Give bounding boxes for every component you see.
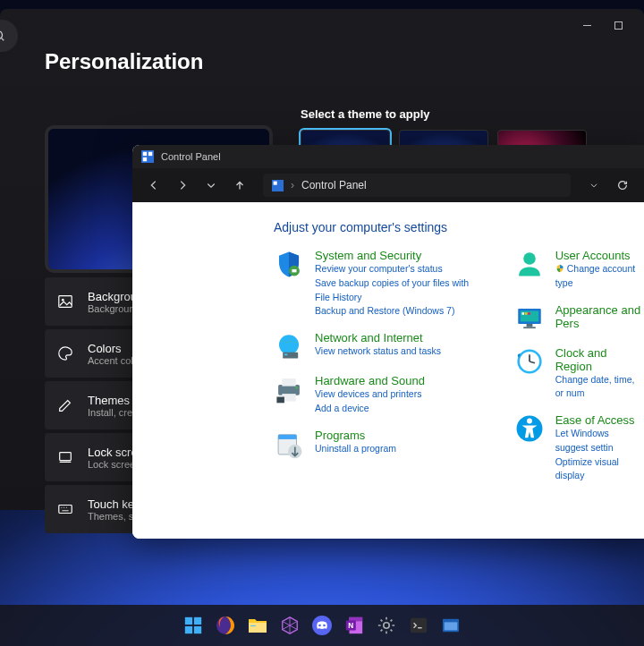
svg-rect-38 [526, 323, 532, 326]
svg-rect-23 [284, 354, 287, 356]
svg-rect-22 [283, 353, 298, 359]
shield-icon [274, 249, 304, 279]
svg-point-21 [279, 335, 299, 354]
start-button[interactable] [181, 613, 206, 638]
svg-rect-36 [525, 312, 528, 315]
svg-rect-28 [276, 397, 284, 404]
category-link[interactable]: Change account type [555, 262, 644, 291]
access-icon [514, 413, 545, 444]
svg-rect-25 [282, 378, 295, 387]
cp-category: Network and InternetView network status … [274, 331, 479, 361]
category-link[interactable]: View devices and printers [315, 387, 425, 402]
cp-category: Hardware and SoundView devices and print… [274, 374, 479, 416]
svg-point-54 [318, 625, 321, 627]
taskbar-discord[interactable] [309, 613, 335, 638]
svg-rect-61 [411, 618, 427, 633]
svg-point-45 [527, 419, 532, 424]
category-link[interactable]: Let Windows suggest settin [555, 427, 644, 455]
control-panel-icon [141, 150, 154, 163]
category-link[interactable]: Save backup copies of your files with Fi… [315, 276, 479, 305]
cp-right-column: User AccountsChange account typeAppearan… [514, 249, 644, 483]
settings-titlebar [0, 9, 644, 42]
image-icon [57, 293, 73, 310]
taskbar-terminal[interactable] [406, 613, 431, 638]
svg-rect-51 [249, 623, 267, 633]
refresh-button[interactable] [610, 173, 635, 198]
svg-rect-37 [528, 312, 530, 315]
category-link[interactable]: View network status and tasks [315, 344, 441, 359]
theme-label: Select a theme to apply [301, 107, 587, 121]
svg-rect-64 [445, 622, 458, 630]
taskbar-app[interactable] [438, 613, 463, 638]
svg-point-2 [0, 31, 3, 39]
svg-rect-20 [292, 269, 296, 272]
category-title[interactable]: Clock and Region [555, 346, 644, 373]
svg-rect-6 [60, 453, 72, 461]
taskbar-onenote[interactable]: N [342, 613, 367, 638]
svg-rect-24 [278, 385, 300, 395]
keyboard-icon [57, 501, 73, 517]
taskbar-settings[interactable] [374, 613, 399, 638]
category-title[interactable]: System and Security [315, 249, 479, 262]
category-link[interactable]: Backup and Restore (Windows 7) [315, 304, 479, 319]
control-panel-icon [272, 180, 284, 191]
back-button[interactable] [141, 173, 166, 198]
category-title[interactable]: Hardware and Sound [315, 374, 425, 387]
box-icon [274, 429, 304, 459]
cp-window-title: Control Panel [161, 151, 221, 162]
category-title[interactable]: Ease of Access [555, 413, 644, 427]
svg-rect-35 [521, 312, 524, 315]
svg-rect-18 [274, 181, 277, 184]
category-link[interactable]: Review your computer's status [315, 262, 479, 276]
svg-point-32 [523, 252, 536, 265]
taskbar: N [0, 605, 644, 646]
svg-rect-16 [143, 157, 147, 161]
taskbar-explorer[interactable] [245, 613, 270, 638]
svg-rect-52 [250, 625, 256, 626]
category-link[interactable]: Uninstall a program [315, 442, 396, 456]
svg-rect-8 [59, 506, 72, 514]
cp-body: Adjust your computer's settings System a… [132, 202, 644, 539]
lock-icon [57, 449, 73, 465]
svg-rect-15 [148, 152, 152, 156]
svg-rect-4 [59, 296, 72, 308]
svg-rect-47 [194, 617, 201, 625]
up-button[interactable] [227, 173, 252, 198]
category-link[interactable]: Change date, time, or num [555, 373, 644, 402]
cp-titlebar[interactable]: Control Panel [132, 145, 644, 168]
category-title[interactable]: Appearance and Pers [555, 303, 644, 330]
cp-heading: Adjust your computer's settings [274, 220, 644, 234]
category-link[interactable]: Optimize visual display [555, 455, 644, 484]
cp-category: Appearance and Pers [514, 303, 644, 334]
svg-line-3 [2, 38, 4, 41]
globe-icon [274, 331, 304, 361]
page-title: Personalization [45, 49, 599, 74]
svg-rect-1 [615, 22, 623, 30]
svg-rect-48 [185, 626, 192, 633]
category-title[interactable]: Programs [315, 429, 396, 442]
category-title[interactable]: Network and Internet [315, 331, 441, 344]
cp-category: System and SecurityReview your computer'… [274, 249, 479, 319]
svg-rect-30 [278, 434, 296, 438]
clock-icon [514, 346, 545, 377]
svg-rect-39 [523, 327, 536, 328]
category-link[interactable]: Add a device [315, 402, 425, 416]
category-title[interactable]: User Accounts [555, 249, 644, 262]
taskbar-firefox[interactable] [213, 613, 238, 638]
breadcrumb[interactable]: Control Panel [301, 179, 367, 191]
maximize-button[interactable] [613, 20, 624, 31]
control-panel-window: Control Panel › Control Panel Adjust you… [132, 145, 644, 539]
taskbar-store[interactable] [277, 613, 302, 638]
cp-category: Ease of AccessLet Windows suggest settin… [514, 413, 644, 483]
minimize-button[interactable] [581, 20, 593, 31]
forward-button[interactable] [170, 173, 195, 198]
recent-button[interactable] [199, 173, 224, 198]
address-bar[interactable]: › Control Panel [263, 174, 571, 197]
pencil-icon [57, 397, 73, 413]
svg-text:N: N [348, 622, 353, 630]
svg-point-27 [295, 387, 298, 389]
address-dropdown[interactable] [581, 173, 606, 198]
cp-toolbar: › Control Panel [132, 168, 644, 202]
monitor-icon [514, 303, 545, 334]
svg-point-55 [323, 625, 326, 627]
